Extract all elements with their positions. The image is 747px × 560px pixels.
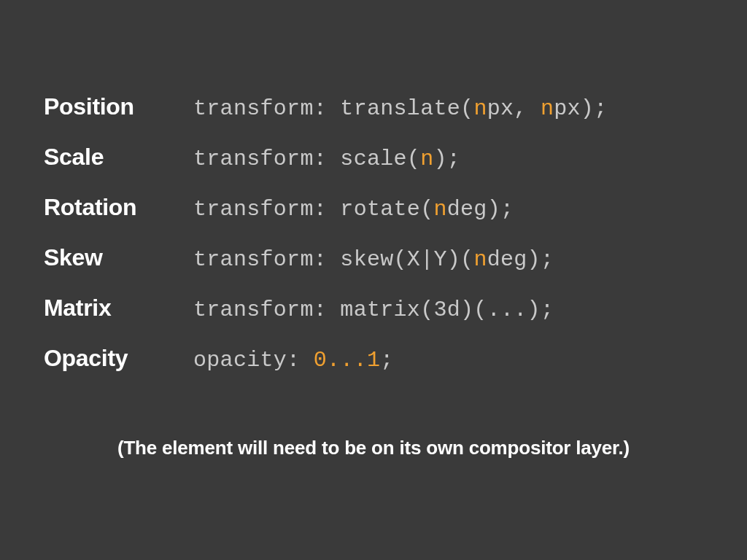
code-segment: opacity: bbox=[193, 348, 314, 373]
code-highlight: n bbox=[473, 247, 487, 272]
code-segment: transform: rotate( bbox=[193, 197, 433, 222]
code-segment: ); bbox=[433, 147, 460, 171]
code-snippet: transform: translate(npx, npx); bbox=[193, 96, 607, 121]
code-snippet: transform: rotate(ndeg); bbox=[193, 197, 514, 222]
code-highlight: n bbox=[473, 96, 487, 121]
code-highlight: n bbox=[420, 147, 433, 171]
property-label: Opacity bbox=[44, 345, 193, 372]
property-label: Rotation bbox=[44, 194, 193, 221]
code-snippet: transform: scale(n); bbox=[193, 147, 460, 171]
code-snippet: transform: skew(X|Y)(ndeg); bbox=[193, 247, 554, 272]
table-row: Opacityopacity: 0...1; bbox=[44, 345, 703, 373]
slide: Positiontransform: translate(npx, npx);S… bbox=[0, 0, 747, 560]
code-snippet: transform: matrix(3d)(...); bbox=[193, 298, 554, 322]
code-segment: px); bbox=[554, 96, 607, 121]
code-segment: deg); bbox=[447, 197, 514, 222]
code-segment: transform: skew(X|Y)( bbox=[193, 247, 473, 272]
code-segment: transform: matrix(3d)(...); bbox=[193, 298, 554, 322]
code-segment: px, bbox=[487, 96, 541, 121]
footnote-text: (The element will need to be on its own … bbox=[44, 437, 703, 459]
code-segment: transform: scale( bbox=[193, 147, 420, 171]
property-table: Positiontransform: translate(npx, npx);S… bbox=[44, 93, 703, 373]
property-label: Position bbox=[44, 93, 193, 120]
property-label: Matrix bbox=[44, 295, 193, 322]
table-row: Scaletransform: scale(n); bbox=[44, 144, 703, 171]
table-row: Skewtransform: skew(X|Y)(ndeg); bbox=[44, 244, 703, 272]
table-row: Positiontransform: translate(npx, npx); bbox=[44, 93, 703, 121]
table-row: Matrixtransform: matrix(3d)(...); bbox=[44, 295, 703, 322]
code-highlight: 0...1 bbox=[314, 348, 381, 373]
property-label: Scale bbox=[44, 144, 193, 171]
table-row: Rotationtransform: rotate(ndeg); bbox=[44, 194, 703, 222]
code-snippet: opacity: 0...1; bbox=[193, 348, 394, 373]
code-segment: deg); bbox=[487, 247, 554, 272]
code-highlight: n bbox=[541, 96, 554, 121]
code-segment: transform: translate( bbox=[193, 96, 473, 121]
property-label: Skew bbox=[44, 244, 193, 271]
code-highlight: n bbox=[433, 197, 446, 222]
code-segment: ; bbox=[380, 348, 393, 373]
